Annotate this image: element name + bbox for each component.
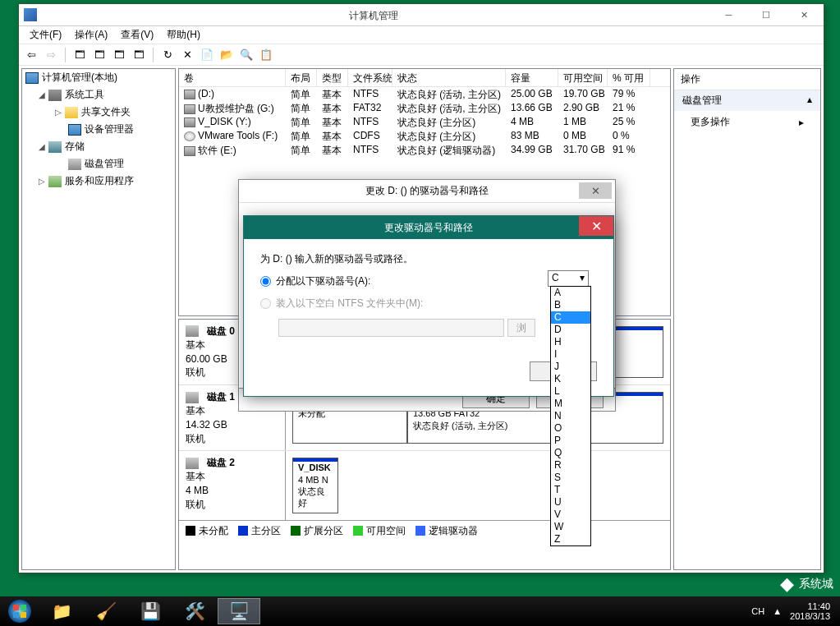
modal1-title[interactable]: 更改 D: () 的驱动器号和路径 ✕ bbox=[239, 180, 615, 203]
tb-icon[interactable]: 🗔 bbox=[111, 47, 127, 63]
watermark-icon: ◆ bbox=[780, 573, 794, 595]
radio-mount-folder bbox=[260, 298, 271, 309]
tb-icon[interactable]: 🗔 bbox=[131, 47, 147, 63]
drive-option[interactable]: Q bbox=[551, 447, 590, 459]
col-type[interactable]: 类型 bbox=[317, 69, 348, 86]
watermark: ◆系统城 bbox=[780, 573, 833, 595]
drive-letter-dropdown[interactable]: ABCDHIJKLMNOPQRSTUVWZ bbox=[550, 286, 591, 546]
toolbar: ⇦ ⇨ 🗔 🗔 🗔 🗔 ↻ ✕ 📄 📂 🔍 📋 bbox=[19, 44, 824, 66]
drive-option[interactable]: O bbox=[551, 422, 590, 435]
taskbar[interactable]: 📁 🧹 💾 🛠️ 🖥️ CH ▲ 11:40 2018/3/13 bbox=[0, 596, 840, 626]
drive-option[interactable]: C bbox=[551, 311, 590, 324]
tb-icon[interactable]: 🗔 bbox=[91, 47, 108, 63]
tb-icon[interactable]: 🔍 bbox=[238, 47, 255, 63]
close-icon[interactable]: ✕ bbox=[579, 182, 612, 199]
tree-shared-folders[interactable]: ▷共享文件夹 bbox=[22, 104, 175, 121]
menu-view[interactable]: 查看(V) bbox=[114, 26, 160, 44]
menu-help[interactable]: 帮助(H) bbox=[160, 26, 207, 44]
volume-row[interactable]: 软件 (E:)简单基本NTFS状态良好 (逻辑驱动器)34.99 GB31.70… bbox=[179, 143, 670, 157]
svg-rect-4 bbox=[21, 612, 26, 618]
tree-services[interactable]: ▷服务和应用程序 bbox=[22, 173, 175, 190]
drive-option[interactable]: V bbox=[551, 509, 590, 521]
drive-option[interactable]: U bbox=[551, 496, 590, 509]
menu-action[interactable]: 操作(A) bbox=[68, 26, 114, 44]
tb-icon[interactable]: 📂 bbox=[218, 47, 235, 63]
drive-option[interactable]: J bbox=[551, 361, 590, 373]
maximize-button[interactable]: ☐ bbox=[747, 6, 784, 24]
drive-option[interactable]: R bbox=[551, 459, 590, 472]
tree-root[interactable]: 计算机管理(本地) bbox=[22, 69, 175, 86]
taskbar-explorer[interactable]: 📁 bbox=[40, 598, 83, 624]
drive-option[interactable]: D bbox=[551, 324, 590, 336]
volume-row[interactable]: V_DISK (Y:)简单基本NTFS状态良好 (主分区)4 MB1 MB25 … bbox=[179, 115, 670, 129]
taskbar-computer-management[interactable]: 🖥️ bbox=[218, 598, 260, 624]
taskbar-app[interactable]: 🧹 bbox=[85, 598, 127, 624]
modal2-titlebar[interactable]: 更改驱动器号和路径 ✕ bbox=[244, 216, 613, 239]
volume-row[interactable]: VMware Tools (F:)简单基本CDFS状态良好 (主分区)83 MB… bbox=[179, 129, 670, 143]
drive-letter-select[interactable]: C▾ bbox=[548, 270, 589, 287]
col-fs[interactable]: 文件系统 bbox=[348, 69, 392, 86]
actions-section[interactable]: 磁盘管理▴ bbox=[674, 90, 820, 111]
minimize-button[interactable]: ─ bbox=[710, 6, 747, 24]
volume-row[interactable]: (D:)简单基本NTFS状态良好 (活动, 主分区)25.00 GB19.70 … bbox=[179, 87, 670, 101]
forward-button[interactable]: ⇨ bbox=[43, 47, 59, 63]
col-layout[interactable]: 布局 bbox=[286, 69, 317, 86]
col-volume[interactable]: 卷 bbox=[179, 69, 286, 86]
start-button[interactable] bbox=[0, 598, 39, 624]
close-icon[interactable]: ✕ bbox=[579, 216, 613, 236]
tray-lang[interactable]: CH bbox=[751, 606, 764, 616]
tray-time[interactable]: 11:40 bbox=[790, 601, 830, 611]
tree-disk-management[interactable]: 磁盘管理 bbox=[22, 155, 175, 173]
mount-path-input bbox=[278, 319, 504, 337]
more-actions[interactable]: 更多操作▸ bbox=[674, 111, 820, 133]
taskbar-app[interactable]: 🛠️ bbox=[173, 598, 216, 624]
tree-system-tools[interactable]: ◢系统工具 bbox=[22, 86, 175, 104]
radio-assign-letter[interactable] bbox=[260, 276, 271, 287]
drive-option[interactable]: Z bbox=[551, 533, 590, 545]
refresh-icon[interactable]: ↻ bbox=[159, 47, 176, 63]
col-capacity[interactable]: 容量 bbox=[506, 69, 558, 86]
svg-rect-2 bbox=[21, 605, 26, 610]
drive-option[interactable]: A bbox=[551, 287, 590, 299]
partition-vdisk[interactable]: V_DISK 4 MB N 状态良好 bbox=[292, 458, 338, 513]
drive-option[interactable]: M bbox=[551, 398, 590, 410]
volume-row[interactable]: U教授维护盘 (G:)简单基本FAT32状态良好 (活动, 主分区)13.66 … bbox=[179, 101, 670, 115]
tray-date[interactable]: 2018/3/13 bbox=[790, 611, 830, 621]
tree-device-manager[interactable]: 设备管理器 bbox=[22, 121, 175, 138]
titlebar[interactable]: 计算机管理 ─ ☐ ✕ bbox=[19, 4, 824, 26]
disk-row-2[interactable]: 磁盘 2 基本 4 MB 联机 V_DISK 4 MB N 状态良好 bbox=[179, 451, 670, 519]
navigation-tree[interactable]: 计算机管理(本地) ◢系统工具 ▷共享文件夹 设备管理器 ◢存储 磁盘管理 ▷服… bbox=[21, 68, 176, 570]
tree-storage[interactable]: ◢存储 bbox=[22, 138, 175, 155]
menu-file[interactable]: 文件(F) bbox=[23, 26, 68, 44]
back-button[interactable]: ⇦ bbox=[23, 47, 39, 63]
drive-option[interactable]: L bbox=[551, 385, 590, 398]
drive-option[interactable]: P bbox=[551, 435, 590, 447]
drive-option[interactable]: H bbox=[551, 336, 590, 348]
modal2-prompt: 为 D: () 输入新的驱动器号或路径。 bbox=[260, 252, 597, 266]
tray-flag-icon[interactable]: ▲ bbox=[773, 606, 782, 616]
assign-letter-option[interactable]: 分配以下驱动器号(A): bbox=[260, 274, 597, 288]
drive-option[interactable]: K bbox=[551, 373, 590, 385]
drive-option[interactable]: N bbox=[551, 410, 590, 422]
col-status[interactable]: 状态 bbox=[392, 69, 506, 86]
actions-panel: 操作 磁盘管理▴ 更多操作▸ bbox=[673, 68, 821, 570]
svg-rect-3 bbox=[13, 612, 19, 618]
properties-icon[interactable]: 📄 bbox=[199, 47, 215, 63]
drive-option[interactable]: T bbox=[551, 484, 590, 496]
drive-option[interactable]: I bbox=[551, 348, 590, 361]
svg-rect-1 bbox=[13, 605, 19, 610]
tb-icon[interactable]: 📋 bbox=[258, 47, 274, 63]
col-pct[interactable]: % 可用 bbox=[608, 69, 650, 86]
drive-option[interactable]: B bbox=[551, 299, 590, 311]
tb-icon[interactable]: 🗔 bbox=[71, 47, 88, 63]
chevron-up-icon: ▴ bbox=[807, 94, 812, 108]
delete-icon[interactable]: ✕ bbox=[179, 47, 195, 63]
col-free[interactable]: 可用空间 bbox=[558, 69, 608, 86]
drive-option[interactable]: S bbox=[551, 472, 590, 484]
system-tray[interactable]: CH ▲ 11:40 2018/3/13 bbox=[751, 601, 840, 621]
drive-option[interactable]: W bbox=[551, 521, 590, 533]
close-button[interactable]: ✕ bbox=[784, 6, 824, 24]
taskbar-app[interactable]: 💾 bbox=[129, 598, 172, 624]
window-title: 计算机管理 bbox=[37, 9, 710, 23]
svg-point-0 bbox=[8, 600, 31, 623]
